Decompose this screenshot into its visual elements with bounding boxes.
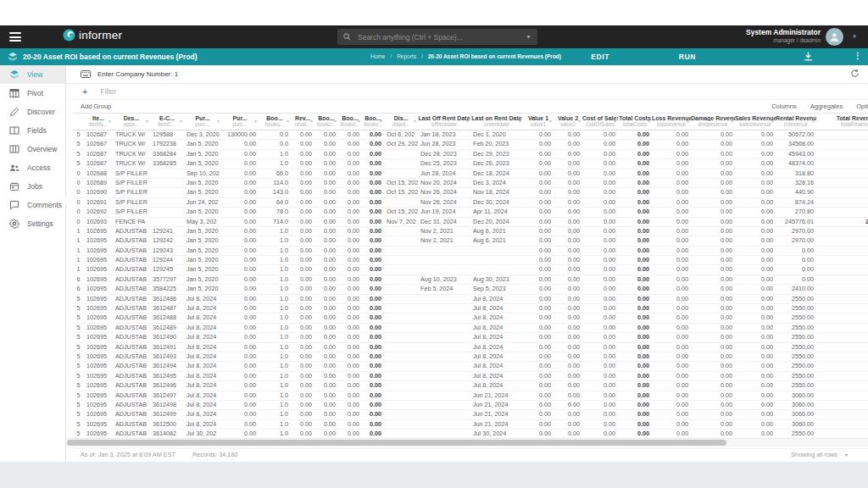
column-header-purchdate[interactable]: Pur...purc...▼ — [184, 114, 221, 130]
column-header-marker[interactable] — [73, 114, 84, 130]
column-header-bookcost[interactable]: Boo...bookc...▼ — [314, 114, 338, 130]
column-header-bookval[interactable]: Boo...bookv...▼ — [362, 114, 384, 130]
table-row[interactable]: 5102695ADJUSTAB3612489Jul 8, 20240.001.0… — [73, 324, 868, 333]
column-header-reval[interactable]: Rev...reval...▼ — [291, 114, 314, 130]
column-header-desc[interactable]: Des...asse...▼ — [113, 114, 150, 130]
table-row[interactable]: 5102695ADJUSTAB3612496Jul 8, 20240.001.0… — [73, 381, 868, 391]
parameter-bar[interactable]: Enter Company Number: 1 — [66, 65, 868, 84]
table-row[interactable]: 5102695ADJUSTAB3612490Jul 8, 20240.001.0… — [73, 333, 868, 342]
options-button[interactable]: Options — [856, 103, 868, 110]
table-row[interactable]: 5102695ADJUSTAB3612487Jul 8, 20240.001.0… — [73, 304, 868, 313]
avatar[interactable] — [826, 28, 843, 46]
table-row[interactable]: 0102688S/P FILLERSep 10, 2020.0066.00.00… — [73, 169, 868, 179]
breadcrumb-item[interactable]: Reports — [397, 53, 416, 59]
table-row[interactable]: 1102695ADJUSTAB129245Jan 5, 20200.001.00… — [73, 265, 868, 274]
column-header-damagerevenue[interactable]: Damage Revenuedmgrevenue▼ — [691, 114, 735, 130]
sidebar-item-jobs[interactable]: Jobs — [0, 177, 65, 196]
column-header-totalrevenue[interactable]: Total RevenuetotalRevenue▼ — [816, 114, 868, 130]
run-button[interactable]: RUN — [679, 53, 696, 61]
column-header-purchprice[interactable]: Pur...purc...▼ — [221, 114, 259, 130]
cell-rentalrevenue: 270.80 — [776, 208, 816, 216]
column-header-salesrevenue[interactable]: Sales Revenuesalesrevenue▼ — [735, 114, 776, 130]
add-filter-icon[interactable]: + — [82, 87, 87, 97]
table-row[interactable]: 5102695ADJUSTAB3612494Jul 8, 20240.001.0… — [73, 362, 868, 371]
table-row[interactable]: 1102695ADJUSTAB129242Jan 5, 20200.001.00… — [73, 236, 868, 246]
breadcrumb-item[interactable]: 20-20 Asset ROI based on current Revenue… — [428, 53, 561, 59]
table-row[interactable]: 6102695ADJUSTAB3577297Jan 5, 20200.001.0… — [73, 275, 868, 285]
table-row[interactable]: 5102695ADJUSTAB3612486Jul 8, 20240.001.0… — [73, 295, 868, 304]
search-input[interactable] — [356, 32, 520, 42]
breadcrumb-item[interactable]: Home — [370, 53, 385, 59]
sidebar-item-access[interactable]: Access — [0, 158, 65, 177]
table-row[interactable]: 0102692S/P FILLERJan 5, 20200.0078.00.00… — [73, 208, 868, 217]
table-row[interactable]: 1102695ADJUSTAB129241Jan 5, 20200.001.00… — [73, 227, 868, 236]
column-header-item[interactable]: Ite...itemN...▼ — [84, 114, 113, 130]
table-row[interactable]: 6102695ADJUSTAB3584225Jan 5, 20200.001.0… — [73, 285, 868, 294]
table-row[interactable]: 0102690S/P FILLERJan 5, 20200.00143.00.0… — [73, 188, 868, 197]
column-header-lastonrent[interactable]: Last on Rent Dateonrentdate▼ — [470, 114, 523, 130]
table-row[interactable]: 5102687TRUCK W/1792238Jan 5, 20200.000.0… — [73, 140, 868, 149]
global-search[interactable]: ▼ — [337, 29, 537, 45]
column-header-rentalrevenue[interactable]: Rental Revenuernrevenue▼ — [776, 114, 816, 130]
cell-marker: 1 — [73, 256, 84, 264]
sidebar-item-fields[interactable]: Fields — [0, 121, 65, 140]
cell-ecode: 129242 — [150, 236, 184, 245]
cell-purchdate: Jan 5, 2020 — [184, 247, 221, 255]
cell-value2: 0.00 — [554, 130, 582, 139]
user-menu-caret-icon[interactable]: ▼ — [852, 34, 857, 39]
table-row[interactable]: 5102687TRUCK W/3368284Jan 5, 20200.001.0… — [73, 150, 868, 159]
filter-input[interactable] — [98, 86, 271, 97]
column-header-value1[interactable]: Value 1value1▼ — [523, 114, 554, 130]
cell-totalrevenue: 3060.00 — [816, 401, 868, 409]
overview-icon — [9, 144, 19, 154]
column-header-totalcosts[interactable]: Total CoststotalCosts▼ — [618, 114, 652, 130]
table-row[interactable]: 1102695ADJUSTAB129244Jan 5, 20200.001.00… — [73, 256, 868, 265]
table-row[interactable]: 0102693FENCE PAMay 3, 2020.00714.00.000.… — [73, 218, 868, 227]
cell-value2: 0.00 — [554, 198, 582, 207]
column-header-ecode[interactable]: E-C...itemC...▼ — [150, 114, 184, 130]
column-header-bookqty[interactable]: Boo...bookq...▼ — [259, 114, 291, 130]
table-row[interactable]: 5102695ADJUSTAB3612488Jul 8, 20240.001.0… — [73, 313, 868, 323]
table-row[interactable]: 0102689S/P FILLERJan 5, 20200.00114.00.0… — [73, 179, 868, 188]
overflow-menu-icon[interactable]: ⋮ — [854, 51, 862, 60]
user-menu[interactable]: System Administrator manager / dsadmin — [746, 29, 821, 43]
table-row[interactable]: 0102691S/P FILLERJun 24, 2020.0064.00.00… — [73, 198, 868, 208]
table-row[interactable]: 5102695ADJUSTAB3612500Jul 8, 20240.001.0… — [73, 420, 868, 430]
cell-bookcost: 0.00 — [314, 420, 338, 429]
showing-rows-caret-icon[interactable]: ▾ — [845, 452, 848, 458]
column-header-costofsales[interactable]: Cost of SalescostOfSales▼ — [582, 114, 618, 130]
column-header-lossrevenue[interactable]: Loss Revenuelossrevenue▼ — [652, 114, 691, 130]
table-row[interactable]: 5102695ADJUSTAB3612491Jul 8, 20240.001.0… — [73, 343, 868, 352]
add-group-button[interactable]: Add Group — [81, 103, 111, 110]
search-caret-icon[interactable]: ▼ — [526, 34, 531, 40]
refresh-icon[interactable] — [850, 69, 860, 78]
sidebar-item-discover[interactable]: Discover — [0, 103, 65, 121]
table-row[interactable]: 5102687TRUCK W/129588Dec 3, 2020130000.0… — [73, 130, 868, 140]
column-header-value2[interactable]: Value 2value2▼ — [554, 114, 582, 130]
cell-value1: 0.00 — [523, 362, 554, 370]
edit-button[interactable]: EDIT — [591, 53, 609, 61]
table-row[interactable]: 5102695ADJUSTAB3612499Jul 8, 20240.001.0… — [73, 410, 868, 419]
column-header-lastoffrent[interactable]: Last Off Rent Dateoffrentdate▼ — [418, 114, 470, 130]
table-row[interactable]: 5102687TRUCK W/3368285Jan 5, 20200.001.0… — [73, 159, 868, 169]
sidebar-item-overview[interactable]: Overview — [0, 140, 65, 158]
cell-bookval: 0.00 — [362, 265, 384, 274]
table-row[interactable]: 5102695ADJUSTAB3612497Jul 8, 20240.001.0… — [73, 391, 868, 401]
sidebar-item-view[interactable]: View — [0, 65, 65, 84]
informer-logo[interactable]: informer — [63, 29, 122, 42]
table-row[interactable]: 5102695ADJUSTAB3612495Jul 8, 20240.001.0… — [73, 372, 868, 381]
column-header-dispdate[interactable]: Dis...dispd...▼ — [384, 114, 418, 130]
cell-lossrevenue: 0.00 — [652, 256, 691, 264]
columns-button[interactable]: Columns — [771, 103, 797, 110]
sidebar-item-pivot[interactable]: Pivot — [0, 84, 65, 103]
table-row[interactable]: 5102695ADJUSTAB3612498Jul 8, 20240.001.0… — [73, 401, 868, 410]
download-icon[interactable] — [803, 51, 814, 62]
sidebar-item-comments[interactable]: Comments — [0, 196, 65, 214]
menu-icon[interactable] — [9, 32, 21, 42]
table-row[interactable]: 5102695ADJUSTAB3612493Jul 8, 20240.001.0… — [73, 352, 868, 362]
table-row[interactable]: 1102695ADJUSTAB129243Jan 5, 20200.001.00… — [73, 247, 868, 256]
scrollbar-thumb[interactable] — [67, 440, 726, 446]
aggregates-button[interactable]: Aggregates — [810, 103, 843, 110]
sidebar-item-settings[interactable]: Settings — [0, 214, 65, 233]
column-header-bookdep[interactable]: Boo...bookd...▼ — [338, 114, 362, 130]
